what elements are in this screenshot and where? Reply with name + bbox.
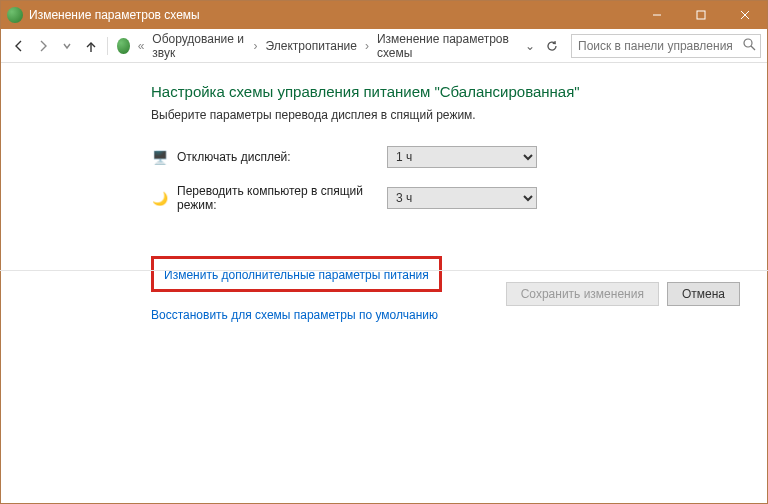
- chevron-right-icon[interactable]: «: [136, 39, 147, 53]
- nav-separator: [107, 37, 108, 55]
- display-off-label: Отключать дисплей:: [177, 150, 387, 164]
- search-icon[interactable]: [743, 38, 756, 54]
- sleep-label: Переводить компьютер в спящий режим:: [177, 184, 387, 212]
- page-title: Настройка схемы управления питанием "Сба…: [151, 83, 641, 100]
- back-button[interactable]: [7, 34, 31, 58]
- save-button: Сохранить изменения: [506, 282, 659, 306]
- sleep-select[interactable]: 3 ч: [387, 187, 537, 209]
- search-box[interactable]: [571, 34, 761, 58]
- breadcrumb-item[interactable]: Оборудование и звук: [148, 30, 249, 62]
- display-off-select[interactable]: 1 ч: [387, 146, 537, 168]
- breadcrumb[interactable]: « Оборудование и звук › Электропитание ›…: [112, 34, 521, 58]
- chevron-right-icon: ›: [252, 39, 260, 53]
- titlebar: Изменение параметров схемы: [1, 1, 767, 29]
- breadcrumb-dropdown[interactable]: ⌄: [521, 39, 539, 53]
- breadcrumb-item[interactable]: Электропитание: [262, 37, 361, 55]
- svg-point-5: [744, 39, 752, 47]
- navbar: « Оборудование и звук › Электропитание ›…: [1, 29, 767, 63]
- up-button[interactable]: [79, 34, 103, 58]
- breadcrumb-item[interactable]: Изменение параметров схемы: [373, 30, 516, 62]
- cancel-button[interactable]: Отмена: [667, 282, 740, 306]
- svg-line-6: [751, 46, 755, 50]
- window-title: Изменение параметров схемы: [29, 8, 635, 22]
- chevron-right-icon: ›: [363, 39, 371, 53]
- setting-row-sleep: 🌙 Переводить компьютер в спящий режим: 3…: [151, 184, 641, 212]
- recent-dropdown[interactable]: [55, 34, 79, 58]
- minimize-button[interactable]: [635, 1, 679, 29]
- control-panel-icon: [117, 38, 130, 54]
- close-button[interactable]: [723, 1, 767, 29]
- footer: Сохранить изменения Отмена: [0, 270, 768, 316]
- page-subtitle: Выберите параметры перевода дисплея в сп…: [151, 108, 641, 122]
- forward-button[interactable]: [31, 34, 55, 58]
- svg-rect-1: [697, 11, 705, 19]
- search-input[interactable]: [576, 38, 743, 54]
- setting-row-display: 🖥️ Отключать дисплей: 1 ч: [151, 146, 641, 168]
- maximize-button[interactable]: [679, 1, 723, 29]
- moon-icon: 🌙: [151, 191, 169, 206]
- app-icon: [7, 7, 23, 23]
- display-icon: 🖥️: [151, 150, 169, 165]
- refresh-button[interactable]: [539, 34, 565, 58]
